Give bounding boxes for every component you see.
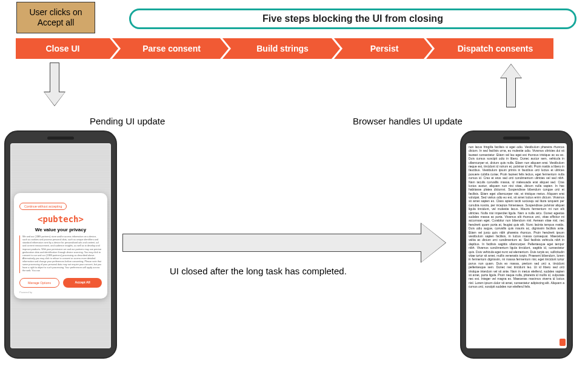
accept-all-button[interactable]: Accept All [63,278,102,288]
ui-closed-label: UI closed after the long task has comple… [170,266,347,276]
pubtech-logo: <pubtech> [19,214,102,224]
browser-handles-label: Browser handles UI update [353,116,463,126]
step-label: Parse consent [142,44,201,53]
arrow-up-icon [501,63,521,107]
arrow-down-icon [44,63,65,107]
user-clicks-text: User clicks on Accept all [21,7,91,29]
button-row: Manage Options Accept All [19,278,102,288]
article-text: non lacus fringilla facilisis si eget od… [466,143,567,348]
step-build-strings: Build strings [222,38,332,59]
phone-screen: Continue without accepting <pubtech> We … [10,143,111,348]
step-label: Persist [370,44,399,53]
step-label: Close UI [45,44,79,53]
five-steps-text: Five steps blocking the UI from closing [262,13,443,24]
logo-bracket-right: > [79,214,84,224]
manage-options-button[interactable]: Manage Options [19,278,59,288]
phone-before: Continue without accepting <pubtech> We … [4,130,117,359]
phone-screen: non lacus fringilla facilisis si eget od… [466,143,567,348]
step-label: Dispatch consents [458,44,533,53]
phone-speaker [503,137,530,140]
arrow-right-icon [122,223,447,262]
powered-by: Powered by [19,291,102,294]
phone-after: non lacus fringilla facilisis si eget od… [460,130,573,359]
step-label: Build strings [256,44,309,53]
user-clicks-box: User clicks on Accept all [16,2,95,33]
step-close-ui: Close UI [16,38,110,59]
logo-text: pubtech [42,214,78,224]
step-parse-consent: Parse consent [112,38,220,59]
step-dispatch-consents: Dispatch consents [426,38,553,59]
five-steps-banner: Five steps blocking the UI from closing [129,8,576,29]
steps-row: Close UI Parse consent Build strings Per… [16,38,556,59]
continue-without-button[interactable]: Continue without accepting [19,203,67,210]
privacy-body: We and our (1389 partners) store and/or … [19,235,102,273]
pending-update-label: Pending UI update [90,116,165,126]
step-persist: Persist [334,38,424,59]
privacy-title: We value your privacy [19,227,102,232]
phone-speaker [47,137,74,140]
scroll-indicator-icon [560,339,566,346]
consent-dialog: Continue without accepting <pubtech> We … [14,193,107,299]
